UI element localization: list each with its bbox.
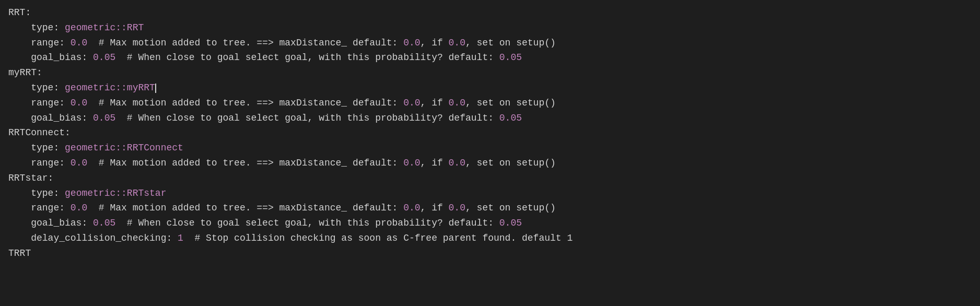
comment-text: # Stop collision checking xyxy=(183,233,341,243)
key-text: range xyxy=(8,98,59,108)
code-line: range: 0.0 # Max motion added to tree. =… xyxy=(8,201,972,216)
key-text: type xyxy=(8,83,53,93)
code-line: range: 0.0 # Max motion added to tree. =… xyxy=(8,36,972,51)
key-text: type xyxy=(8,188,53,198)
code-line: goal_bias: 0.05 # When close to goal sel… xyxy=(8,216,972,231)
code-line: range: 0.0 # Max motion added to tree. =… xyxy=(8,156,972,171)
number-value-text: 0.0 xyxy=(403,158,420,168)
colon-text: : xyxy=(59,38,71,48)
code-line: range: 0.0 # Max motion added to tree. =… xyxy=(8,96,972,111)
colon-text: : xyxy=(81,113,93,123)
comment-text: # Max motion added to tree. ==> maxDista… xyxy=(87,203,403,213)
colon-text: : xyxy=(166,233,178,243)
comment-text: , if xyxy=(421,98,449,108)
key-text: range xyxy=(8,38,59,48)
number-value-text: 0.0 xyxy=(71,98,87,108)
comment-text: , set on setup() xyxy=(465,158,556,168)
comment-text: # When close to goal select goal, with t… xyxy=(115,218,499,228)
comment-text: # When close to goal select goal, with t… xyxy=(115,113,499,123)
key-text: RRTConnect: xyxy=(8,127,71,138)
type-value-text: geometric::RRT xyxy=(65,22,144,33)
text-cursor xyxy=(155,84,156,93)
colon-text: : xyxy=(59,98,71,108)
comment-text: # Max motion added to tree. ==> maxDista… xyxy=(87,38,403,48)
comment-text: as xyxy=(341,233,353,243)
number-value-text: 0.05 xyxy=(93,52,115,63)
key-text: type xyxy=(8,22,53,33)
code-line: myRRT: xyxy=(8,65,972,80)
number-value-text: 0.05 xyxy=(499,113,522,123)
code-line: goal_bias: 0.05 # When close to goal sel… xyxy=(8,50,972,65)
number-value-text: 0.0 xyxy=(403,98,420,108)
key-text: RRTstar: xyxy=(8,173,53,183)
comment-text: , if xyxy=(421,203,449,213)
key-text: RRT: xyxy=(8,7,31,18)
type-value-text: geometric::myRRT xyxy=(65,83,155,93)
colon-text: : xyxy=(81,52,93,63)
colon-text: : xyxy=(81,218,93,228)
number-value-text: 0.0 xyxy=(449,158,465,168)
comment-text: , set on setup() xyxy=(465,38,556,48)
code-editor: RRT: type: geometric::RRT range: 0.0 # M… xyxy=(8,5,972,261)
code-line: type: geometric::RRTConnect xyxy=(8,140,972,156)
code-line: type: geometric::myRRT xyxy=(8,80,972,96)
code-line: goal_bias: 0.05 # When close to goal sel… xyxy=(8,111,972,126)
key-text: TRRT xyxy=(8,248,31,258)
key-text: range xyxy=(8,203,59,213)
colon-text: : xyxy=(53,188,65,198)
number-value-text: 0.05 xyxy=(93,218,115,228)
number-value-text: 0.0 xyxy=(449,98,465,108)
number-value-text: 0.0 xyxy=(449,203,465,213)
code-line: delay_collision_checking: 1 # Stop colli… xyxy=(8,231,972,246)
number-value-text: 0.0 xyxy=(403,203,420,213)
code-line: type: geometric::RRT xyxy=(8,20,972,36)
code-line: RRTstar: xyxy=(8,171,972,186)
number-value-text: 0.0 xyxy=(71,158,87,168)
number-value-text: 0.05 xyxy=(499,52,522,63)
number-value-text: 0.05 xyxy=(93,113,115,123)
key-text: goal_bias xyxy=(8,52,81,63)
type-value-text: geometric::RRTConnect xyxy=(65,143,183,153)
comment-text: soon xyxy=(353,233,387,243)
key-text: type xyxy=(8,143,53,153)
code-line: TRRT xyxy=(8,246,972,261)
comment-text: # Max motion added to tree. ==> maxDista… xyxy=(87,98,403,108)
comment-text: , if xyxy=(421,158,449,168)
number-value-text: 0.0 xyxy=(71,203,87,213)
code-line: RRTConnect: xyxy=(8,125,972,140)
number-value-text: 0.0 xyxy=(403,38,420,48)
number-value-text: 0.0 xyxy=(71,38,87,48)
code-line: type: geometric::RRTstar xyxy=(8,186,972,201)
colon-text: : xyxy=(59,158,71,168)
colon-text: : xyxy=(53,83,65,93)
number-value-text: 0.0 xyxy=(449,38,465,48)
key-text: range xyxy=(8,158,59,168)
comment-text: # When close to goal select goal, with t… xyxy=(115,52,499,63)
colon-text: : xyxy=(53,143,65,153)
type-value-text: geometric::RRTstar xyxy=(65,188,166,198)
colon-text: : xyxy=(59,203,71,213)
number-value-text: 0.05 xyxy=(499,218,522,228)
comment-text: as xyxy=(387,233,398,243)
comment-text: , set on setup() xyxy=(465,98,556,108)
code-line: RRT: xyxy=(8,5,972,20)
comment-text: , set on setup() xyxy=(465,203,556,213)
key-text: delay_collision_checking xyxy=(8,233,166,243)
key-text: myRRT: xyxy=(8,67,42,78)
key-text: goal_bias xyxy=(8,218,81,228)
comment-text: # Max motion added to tree. ==> maxDista… xyxy=(87,158,403,168)
number-value-text: 1 xyxy=(178,233,183,243)
key-text: goal_bias xyxy=(8,113,81,123)
colon-text: : xyxy=(53,22,65,33)
comment-text: , if xyxy=(421,38,449,48)
comment-text: C-free parent found. default 1 xyxy=(398,233,573,243)
